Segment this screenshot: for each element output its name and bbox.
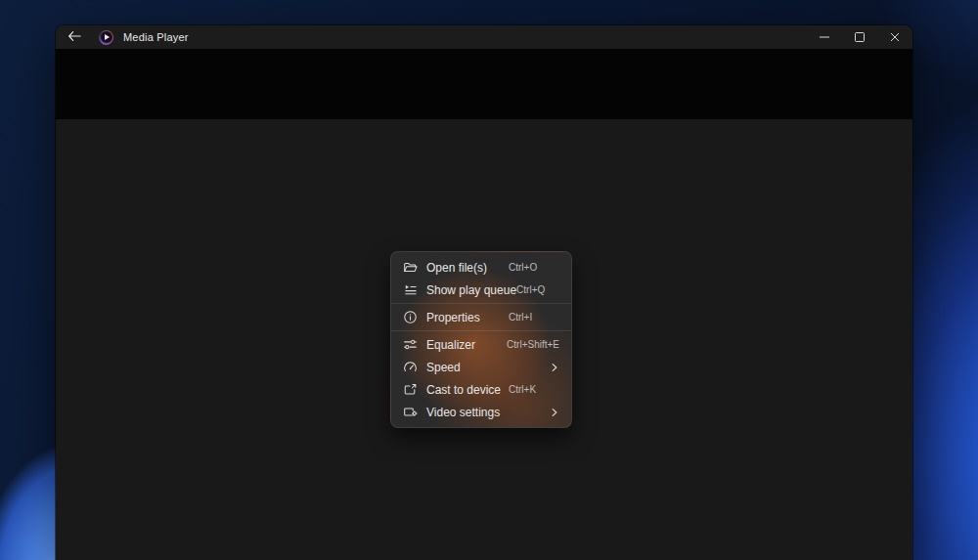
info-icon xyxy=(402,310,418,325)
menu-item-equalizer[interactable]: EqualizerCtrl+Shift+E xyxy=(391,333,571,356)
menu-item-label: Speed xyxy=(426,361,461,374)
maximize-button[interactable] xyxy=(842,25,877,49)
window-controls xyxy=(807,25,912,49)
close-button[interactable] xyxy=(877,25,912,49)
close-icon xyxy=(890,30,900,45)
menu-item-video-settings[interactable]: Video settings xyxy=(391,401,571,423)
menu-item-label: Open file(s) xyxy=(426,261,487,275)
menu-item-label: Show play queue xyxy=(426,283,516,297)
back-button[interactable] xyxy=(60,25,89,49)
speed-gauge-icon xyxy=(402,360,418,375)
cast-icon xyxy=(402,382,418,398)
titlebar[interactable]: Media Player xyxy=(56,25,912,49)
context-menu: Open file(s)Ctrl+OShow play queueCtrl+QP… xyxy=(390,251,572,428)
menu-item-show-play-queue[interactable]: Show play queueCtrl+Q xyxy=(391,279,571,301)
play-queue-icon xyxy=(402,282,418,298)
menu-item-shortcut: Ctrl+O xyxy=(509,262,559,273)
menu-item-speed[interactable]: Speed xyxy=(391,356,571,378)
media-player-window: Media Player Open file(s)Ctrl+ xyxy=(56,25,912,560)
menu-item-shortcut: Ctrl+K xyxy=(509,384,559,395)
menu-item-shortcut: Ctrl+I xyxy=(509,312,559,323)
back-arrow-icon xyxy=(67,30,81,45)
menu-item-label: Cast to device xyxy=(426,383,501,397)
equalizer-icon xyxy=(402,337,418,353)
window-title: Media Player xyxy=(123,31,189,43)
video-display-area[interactable] xyxy=(56,49,912,119)
menu-item-label: Properties xyxy=(426,311,480,324)
chevron-right-icon xyxy=(550,363,559,372)
menu-item-shortcut: Ctrl+Q xyxy=(516,284,567,295)
maximize-icon xyxy=(855,32,865,42)
menu-item-open-file-s[interactable]: Open file(s)Ctrl+O xyxy=(391,256,571,279)
minimize-button[interactable] xyxy=(807,25,842,49)
menu-item-shortcut: Ctrl+Shift+E xyxy=(507,339,559,350)
menu-item-properties[interactable]: PropertiesCtrl+I xyxy=(391,306,571,328)
video-settings-icon xyxy=(402,405,418,420)
chevron-right-icon xyxy=(550,408,559,417)
open-folder-icon xyxy=(402,260,418,276)
media-player-app-icon xyxy=(99,30,113,45)
menu-divider xyxy=(391,303,571,304)
menu-item-cast-to-device[interactable]: Cast to deviceCtrl+K xyxy=(391,378,571,401)
menu-item-label: Video settings xyxy=(426,406,500,419)
menu-divider xyxy=(391,330,571,331)
minimize-icon xyxy=(820,30,829,45)
menu-item-label: Equalizer xyxy=(426,338,475,352)
